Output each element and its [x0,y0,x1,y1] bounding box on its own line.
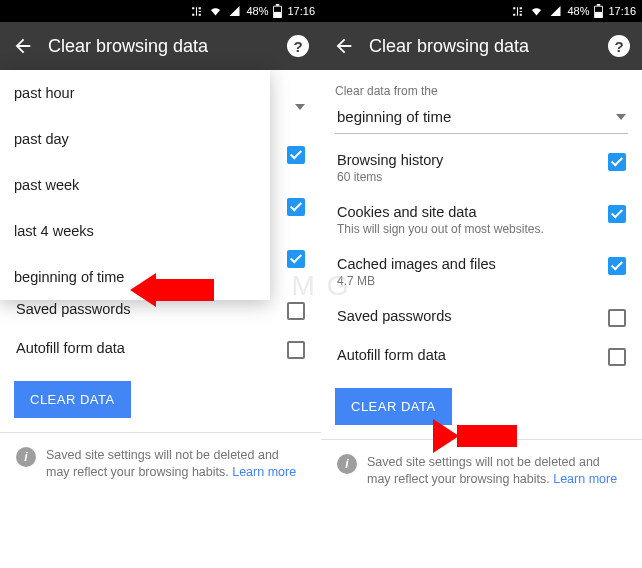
item-browsing-history[interactable]: Browsing history60 items [335,142,628,194]
checkbox[interactable] [287,250,305,268]
signal-icon [549,5,562,17]
clear-data-button[interactable]: CLEAR DATA [14,381,131,418]
item-cache[interactable]: Cached images and files4.7 MB [335,246,628,298]
page-title: Clear browsing data [48,36,273,57]
item-title: Cookies and site data [337,204,544,220]
checkbox[interactable] [287,198,305,216]
app-bar: Clear browsing data ? [321,22,642,70]
nfc-icon [511,5,524,18]
item-passwords[interactable]: Saved passwords [335,298,628,337]
option-last-4-weeks[interactable]: last 4 weeks [0,208,270,254]
back-icon[interactable] [12,35,34,57]
item-title: Cached images and files [337,256,496,272]
nfc-icon [190,5,203,18]
wifi-icon [529,5,544,17]
svg-rect-4 [597,4,601,6]
back-icon[interactable] [333,35,355,57]
item-title: Autofill form data [16,340,125,356]
page-title: Clear browsing data [369,36,594,57]
footer-note: i Saved site settings will not be delete… [335,440,628,502]
footer-note: i Saved site settings will not be delete… [14,433,307,495]
item-title: Browsing history [337,152,443,168]
battery-percent: 48% [246,5,268,17]
learn-more-link[interactable]: Learn more [553,472,617,486]
clock: 17:16 [608,5,636,17]
chevron-down-icon [616,114,626,120]
item-title: Saved passwords [16,301,130,317]
checkbox-passwords[interactable] [608,309,626,327]
item-autofill[interactable]: Autofill form data [335,337,628,376]
item-title: Saved passwords [337,308,451,324]
signal-icon [228,5,241,17]
item-subtitle: This will sign you out of most websites. [337,222,544,236]
app-bar: Clear browsing data ? [0,22,321,70]
item-cookies[interactable]: Cookies and site dataThis will sign you … [335,194,628,246]
svg-rect-2 [274,7,281,12]
time-range-dropdown: past hour past day past week last 4 week… [0,70,270,300]
option-past-week[interactable]: past week [0,162,270,208]
svg-rect-1 [276,4,280,6]
battery-icon [594,4,603,18]
screen-right: 48% 17:16 Clear browsing data ? Clear da… [321,0,642,568]
option-past-hour[interactable]: past hour [0,70,270,116]
checkbox[interactable] [287,146,305,164]
info-icon: i [16,447,36,467]
svg-rect-5 [595,7,602,12]
chevron-down-icon [295,104,305,127]
checkbox-browsing[interactable] [608,153,626,171]
item-subtitle: 4.7 MB [337,274,496,288]
selected-range: beginning of time [337,108,451,125]
item-autofill[interactable]: Autofill form data [14,330,307,369]
help-icon[interactable]: ? [608,35,630,57]
battery-percent: 48% [567,5,589,17]
checkbox-autofill[interactable] [608,348,626,366]
learn-more-link[interactable]: Learn more [232,465,296,479]
screen-left: 48% 17:16 Clear browsing data ? Clear da… [0,0,321,568]
option-past-day[interactable]: past day [0,116,270,162]
help-icon[interactable]: ? [287,35,309,57]
dropdown-label: Clear data from the [335,84,628,98]
checkbox-cookies[interactable] [608,205,626,223]
checkbox-passwords[interactable] [287,302,305,320]
checkbox-autofill[interactable] [287,341,305,359]
info-icon: i [337,454,357,474]
status-bar: 48% 17:16 [0,0,321,22]
clock: 17:16 [287,5,315,17]
checkbox-cache[interactable] [608,257,626,275]
wifi-icon [208,5,223,17]
item-subtitle: 60 items [337,170,443,184]
item-title: Autofill form data [337,347,446,363]
time-range-select[interactable]: beginning of time [335,102,628,134]
status-bar: 48% 17:16 [321,0,642,22]
battery-icon [273,4,282,18]
